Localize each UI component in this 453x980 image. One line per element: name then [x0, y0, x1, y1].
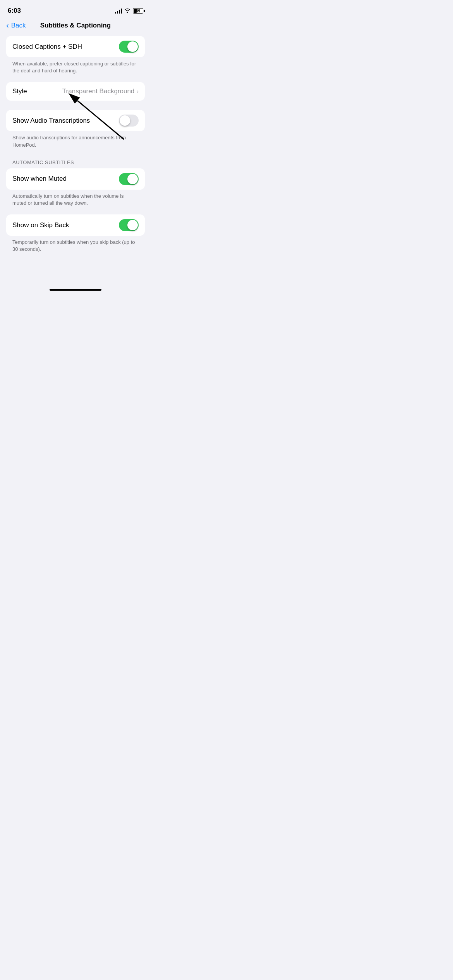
style-row[interactable]: Style Transparent Background › [6, 82, 145, 101]
style-value-text: Transparent Background [62, 87, 134, 95]
style-label: Style [12, 87, 27, 95]
settings-content: Closed Captions + SDH When available, pr… [0, 36, 151, 258]
page-title: Subtitles & Captioning [40, 22, 111, 29]
audio-transcriptions-description: Show audio transcriptions for announceme… [6, 134, 145, 153]
show-when-muted-toggle[interactable] [119, 173, 139, 185]
toggle-thumb [127, 220, 138, 230]
audio-transcriptions-row: Show Audio Transcriptions [6, 110, 145, 131]
audio-transcriptions-label: Show Audio Transcriptions [12, 117, 90, 125]
style-value-container: Transparent Background › [62, 87, 139, 95]
battery-icon: 39 [133, 8, 143, 14]
signal-icon [115, 8, 122, 14]
style-card: Style Transparent Background › [6, 82, 145, 101]
toggle-thumb [120, 115, 130, 126]
show-on-skip-back-card: Show on Skip Back [6, 214, 145, 236]
closed-captions-label: Closed Captions + SDH [12, 43, 82, 51]
home-bar [50, 289, 101, 291]
toggle-thumb [127, 174, 138, 184]
audio-transcriptions-card: Show Audio Transcriptions [6, 110, 145, 131]
show-when-muted-label: Show when Muted [12, 175, 67, 183]
show-on-skip-back-description: Temporarily turn on subtitles when you s… [6, 239, 145, 257]
status-time: 6:03 [8, 7, 21, 15]
wifi-icon [124, 8, 130, 14]
back-button[interactable]: ‹ Back [6, 21, 26, 30]
show-on-skip-back-label: Show on Skip Back [12, 221, 69, 229]
show-when-muted-description: Automatically turn on subtitles when the… [6, 193, 145, 211]
closed-captions-row: Closed Captions + SDH [6, 36, 145, 57]
show-when-muted-row: Show when Muted [6, 168, 145, 190]
closed-captions-description: When available, prefer closed captioning… [6, 60, 145, 79]
automatic-subtitles-header: Automatic Subtitles [6, 153, 145, 168]
nav-bar: ‹ Back Subtitles & Captioning [0, 19, 151, 36]
audio-transcriptions-toggle[interactable] [119, 115, 139, 127]
toggle-thumb [127, 41, 138, 52]
show-when-muted-card: Show when Muted [6, 168, 145, 190]
show-on-skip-back-toggle[interactable] [119, 219, 139, 231]
closed-captions-toggle[interactable] [119, 41, 139, 53]
back-label: Back [11, 22, 26, 29]
back-chevron-icon: ‹ [6, 21, 9, 30]
closed-captions-card: Closed Captions + SDH [6, 36, 145, 57]
status-icons: 39 [115, 8, 143, 14]
home-indicator [0, 281, 151, 294]
status-bar: 6:03 39 [0, 0, 151, 19]
chevron-right-icon: › [137, 88, 139, 94]
show-on-skip-back-row: Show on Skip Back [6, 214, 145, 236]
